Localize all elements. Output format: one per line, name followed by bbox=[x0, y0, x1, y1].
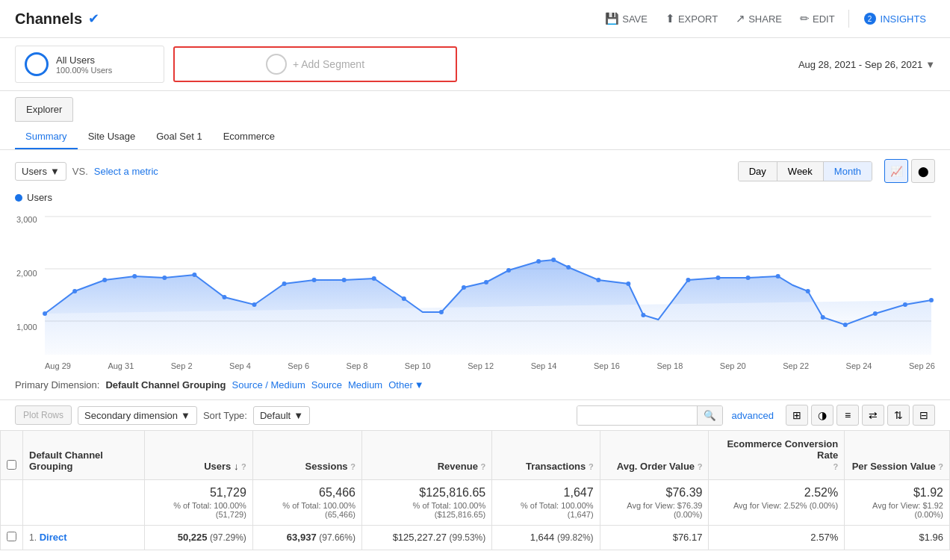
source-link[interactable]: Source bbox=[311, 379, 342, 391]
save-button[interactable]: 💾 SAVE bbox=[597, 7, 655, 30]
svg-point-27 bbox=[626, 281, 630, 286]
row1-users-cell: 50,225 (97.29%) bbox=[144, 526, 252, 550]
totals-label-cell bbox=[23, 480, 145, 526]
sort-arrow-icon: ▼ bbox=[294, 410, 303, 421]
tab-goal-set[interactable]: Goal Set 1 bbox=[146, 125, 212, 149]
pie-view-button[interactable]: ◑ bbox=[811, 405, 833, 426]
chart-area: Users 3,000 2,000 1,000 bbox=[0, 192, 950, 370]
save-icon: 💾 bbox=[605, 12, 619, 25]
date-range-picker[interactable]: Aug 28, 2021 - Sep 26, 2021 ▼ bbox=[798, 59, 935, 70]
edit-button[interactable]: ✏ EDIT bbox=[792, 7, 842, 30]
bar-view-button[interactable]: ≡ bbox=[836, 405, 859, 426]
week-button[interactable]: Week bbox=[777, 162, 824, 181]
other-dropdown[interactable]: Other ▼ bbox=[388, 379, 423, 391]
x-axis-labels: Aug 29 Aug 31 Sep 2 Sep 4 Sep 6 Sep 8 Se… bbox=[15, 358, 935, 370]
medium-link[interactable]: Medium bbox=[348, 379, 382, 391]
svg-point-24 bbox=[551, 258, 556, 262]
chart-wrapper: 3,000 2,000 1,000 bbox=[15, 209, 935, 358]
line-chart-button[interactable]: 📈 bbox=[884, 159, 908, 183]
col-header-revenue: Revenue ? bbox=[361, 431, 491, 480]
row1-conv-rate-cell: 2.57% bbox=[709, 526, 845, 550]
svg-point-36 bbox=[873, 311, 878, 316]
sub-tabs: Summary Site Usage Goal Set 1 Ecommerce bbox=[15, 125, 935, 149]
pie-chart-icon: ⬤ bbox=[918, 166, 929, 177]
svg-point-21 bbox=[484, 280, 488, 284]
search-input[interactable] bbox=[577, 406, 697, 425]
explorer-tab[interactable]: Explorer bbox=[15, 97, 73, 122]
grid-view-button[interactable]: ⊞ bbox=[786, 405, 808, 426]
svg-point-6 bbox=[43, 311, 47, 316]
tab-site-usage[interactable]: Site Usage bbox=[78, 125, 146, 149]
day-button[interactable]: Day bbox=[739, 162, 777, 181]
row1-channel-link[interactable]: Direct bbox=[40, 532, 67, 543]
select-all-checkbox[interactable] bbox=[7, 460, 16, 470]
month-button[interactable]: Month bbox=[824, 162, 872, 181]
primary-dimension-bar: Primary Dimension: Default Channel Group… bbox=[0, 370, 950, 399]
metric-selector[interactable]: Users ▼ bbox=[15, 162, 66, 181]
share-button[interactable]: ↗ SHARE bbox=[728, 7, 789, 30]
transactions-help-icon: ? bbox=[589, 462, 594, 471]
svg-point-20 bbox=[462, 285, 466, 290]
sort-type-selector[interactable]: Default ▼ bbox=[253, 406, 310, 425]
tab-summary[interactable]: Summary bbox=[15, 125, 78, 149]
svg-point-26 bbox=[596, 278, 600, 282]
vs-label: VS. bbox=[72, 166, 88, 177]
metric-dropdown-icon: ▼ bbox=[50, 166, 60, 177]
svg-point-22 bbox=[506, 268, 511, 273]
svg-point-12 bbox=[222, 295, 226, 299]
export-button[interactable]: ⬆ EXPORT bbox=[658, 7, 725, 30]
svg-point-7 bbox=[72, 289, 77, 293]
date-range-arrow-icon: ▼ bbox=[925, 59, 935, 70]
export-icon: ⬆ bbox=[665, 12, 675, 25]
row1-checkbox[interactable] bbox=[7, 532, 16, 541]
conv-rate-help-icon: ? bbox=[833, 462, 838, 471]
tab-ecommerce[interactable]: Ecommerce bbox=[213, 125, 285, 149]
compare-view-button[interactable]: ⇄ bbox=[862, 405, 884, 426]
add-segment-button[interactable]: + Add Segment bbox=[173, 46, 457, 82]
pie-chart-button[interactable]: ⬤ bbox=[911, 159, 935, 183]
chart-type-buttons: 📈 ⬤ bbox=[884, 159, 935, 183]
svg-point-14 bbox=[282, 281, 287, 286]
insights-button[interactable]: 2 INSIGHTS bbox=[855, 8, 935, 29]
sessions-help-icon: ? bbox=[350, 462, 356, 471]
totals-checkbox-cell bbox=[1, 480, 23, 526]
line-chart-svg: 3,000 2,000 1,000 bbox=[15, 209, 935, 358]
secondary-dimension-selector[interactable]: Secondary dimension ▼ bbox=[78, 406, 197, 425]
source-medium-link[interactable]: Source / Medium bbox=[232, 379, 305, 391]
table-row: 1. Direct 50,225 (97.29%) 63,937 (97.66%… bbox=[1, 526, 950, 550]
row1-avg-order-cell: $76.17 bbox=[600, 526, 709, 550]
totals-avg-order-cell: $76.39 Avg for View: $76.39 (0.00%) bbox=[600, 480, 709, 526]
search-box: 🔍 bbox=[577, 405, 723, 426]
svg-point-28 bbox=[641, 313, 645, 317]
svg-point-30 bbox=[716, 276, 721, 280]
search-button[interactable]: 🔍 bbox=[697, 406, 722, 425]
advanced-link[interactable]: advanced bbox=[732, 410, 774, 421]
chart-legend: Users bbox=[15, 192, 935, 203]
pivot-view-button[interactable]: ⇅ bbox=[887, 405, 910, 426]
table-controls: Plot Rows Secondary dimension ▼ Sort Typ… bbox=[0, 399, 950, 430]
all-users-segment[interactable]: All Users 100.00% Users bbox=[15, 46, 164, 83]
svg-point-23 bbox=[536, 259, 541, 264]
col-header-transactions: Transactions ? bbox=[492, 431, 600, 480]
svg-text:2,000: 2,000 bbox=[16, 269, 37, 278]
select-metric-link[interactable]: Select a metric bbox=[94, 166, 158, 177]
line-chart-icon: 📈 bbox=[890, 166, 903, 177]
col-header-sessions: Sessions ? bbox=[252, 431, 361, 480]
svg-point-8 bbox=[102, 278, 107, 282]
page-title: Channels bbox=[15, 10, 82, 28]
col-header-avg-order: Avg. Order Value ? bbox=[600, 431, 709, 480]
data-table: Default Channel Grouping Users ↓ ? Sessi… bbox=[0, 430, 950, 550]
segment-info: All Users 100.00% Users bbox=[56, 55, 112, 75]
totals-conv-rate-cell: 2.52% Avg for View: 2.52% (0.00%) bbox=[709, 480, 845, 526]
top-bar-left: Channels ✔ bbox=[15, 10, 99, 28]
custom-view-button[interactable]: ⊟ bbox=[913, 405, 935, 426]
svg-point-17 bbox=[372, 276, 376, 281]
svg-point-38 bbox=[929, 298, 934, 302]
row1-channel-cell: 1. Direct bbox=[23, 526, 145, 550]
row1-sessions-cell: 63,937 (97.66%) bbox=[252, 526, 361, 550]
totals-users-cell: 51,729 % of Total: 100.00% (51,729) bbox=[144, 480, 252, 526]
add-segment-circle-icon bbox=[266, 54, 287, 75]
svg-point-16 bbox=[342, 278, 347, 282]
segment-circle-icon bbox=[25, 52, 49, 76]
totals-row: 51,729 % of Total: 100.00% (51,729) 65,4… bbox=[1, 480, 950, 526]
